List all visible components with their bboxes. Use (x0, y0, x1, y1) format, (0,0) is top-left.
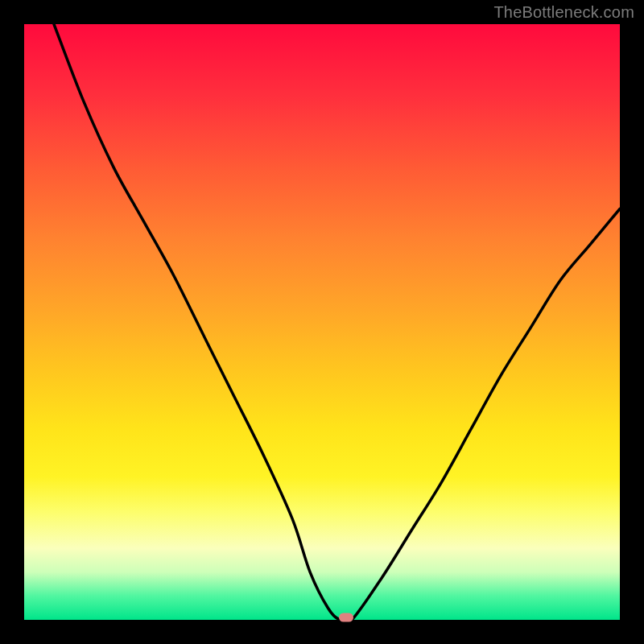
optimal-marker (339, 613, 353, 622)
chart-frame: TheBottleneck.com (0, 0, 644, 644)
plot-area (24, 24, 620, 620)
bottleneck-curve (24, 24, 620, 620)
watermark-text: TheBottleneck.com (493, 3, 634, 22)
